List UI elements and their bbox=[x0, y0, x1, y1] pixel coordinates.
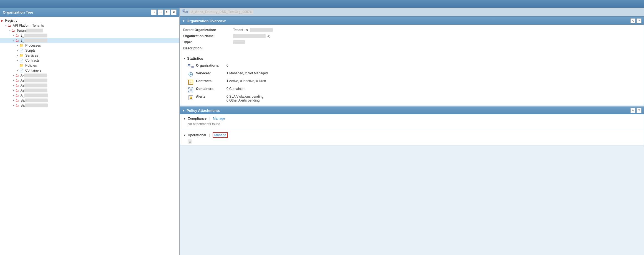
tree-toggle-as3[interactable]: + bbox=[12, 89, 16, 92]
tree-item-ba2[interactable]: + 🗂 Ba bbox=[0, 103, 179, 108]
operational-manage-link[interactable]: Manage bbox=[213, 132, 228, 138]
svg-rect-9 bbox=[192, 66, 194, 68]
tree-toggle-2-2[interactable]: − bbox=[12, 39, 16, 42]
org-tree-title: Organization Tree bbox=[3, 10, 33, 14]
tree-item-tenant[interactable]: − 🗂 Tenan bbox=[0, 28, 179, 33]
tree-item-a-node[interactable]: + 🗂 A- bbox=[0, 73, 179, 78]
statistics-toggle-icon[interactable]: ▼ bbox=[183, 57, 186, 60]
tree-toggle-ba1[interactable]: + bbox=[12, 99, 16, 102]
compliance-toggle-icon[interactable]: ▼ bbox=[183, 117, 186, 120]
parent-org-blurred bbox=[250, 28, 273, 32]
svg-text:ORG: ORG bbox=[183, 10, 186, 11]
compliance-no-attachments: No attachments found bbox=[183, 122, 640, 127]
tree-toggle-services[interactable]: + bbox=[16, 54, 19, 57]
field-row-type: Type: bbox=[183, 39, 640, 45]
org-overview-body: Parent Organization: Tenant - s Organiza… bbox=[180, 25, 644, 54]
registry-icon: ▶ bbox=[1, 19, 3, 22]
right-panel-tab: ORG 2_Anna_Primary_PSD_TestOrg_00076 bbox=[180, 8, 644, 17]
svg-rect-13 bbox=[190, 76, 191, 77]
policy-attachments-help-icon[interactable]: ? bbox=[637, 108, 642, 113]
compliance-title: Compliance bbox=[188, 117, 207, 120]
policy-attachments-panel: ▼ Policy Attachments ✎ ? ▼ Compliance | … bbox=[180, 106, 644, 145]
field-value-type bbox=[233, 40, 245, 44]
tree-item-a2[interactable]: + 🗂 A_ bbox=[0, 93, 179, 98]
tree-toggle-a2[interactable]: + bbox=[12, 94, 16, 97]
tree-label-policies: Policies bbox=[24, 64, 37, 67]
tree-item-ba1[interactable]: + 🗂 Ba bbox=[0, 98, 179, 103]
tree-toggle-scripts[interactable]: + bbox=[16, 49, 19, 52]
stat-value-services: 1 Managed, 2 Not Managed bbox=[226, 71, 268, 75]
tree-item-services[interactable]: + 📁 Services bbox=[0, 53, 179, 58]
right-panel: ORG 2_Anna_Primary_PSD_TestOrg_00076 ▼ O… bbox=[180, 8, 644, 255]
tree-toggle-ba2[interactable]: + bbox=[12, 104, 16, 107]
right-panel-tab-title: 2_Anna_Primary_PSD_TestOrg_00076 bbox=[190, 10, 253, 14]
contracts-icon-box: ✦ bbox=[188, 80, 193, 85]
field-label-description: Description: bbox=[183, 46, 233, 50]
policy-operational-header: ▼ Operational | Manage bbox=[183, 131, 640, 139]
tree-label-2-2-blurred bbox=[24, 39, 47, 42]
tree-item-policies[interactable]: 📁 Policies bbox=[0, 63, 179, 68]
tree-item-contracts[interactable]: + 📄 Contracts bbox=[0, 58, 179, 63]
tree-item-2-2[interactable]: − 🗂 2_ bbox=[0, 38, 179, 43]
tree-toggle-as1[interactable]: + bbox=[12, 79, 16, 82]
compliance-divider: | bbox=[209, 117, 210, 120]
org-overview-header: ▼ Organization Overview ✎ ? bbox=[180, 17, 644, 25]
folder-icon-containers: 📄 bbox=[19, 69, 24, 72]
tree-item-2-1[interactable]: + 🗂 2_ bbox=[0, 33, 179, 38]
tree-item-api-platform[interactable]: − 🗂 API Platform Tenants bbox=[0, 23, 179, 28]
folder-icon-api-platform: 🗂 bbox=[8, 24, 11, 27]
minimize-icon-btn[interactable]: ▭ bbox=[158, 9, 163, 15]
tree-label-as2-blurred bbox=[24, 84, 47, 87]
policy-attachments-collapse-icon[interactable]: ▼ bbox=[182, 109, 185, 112]
org-tree: ▶ Registry − 🗂 API Platform Tenants − 🗂 … bbox=[0, 17, 179, 255]
tree-item-as3[interactable]: + 🗂 As bbox=[0, 88, 179, 93]
org-overview-help-icon[interactable]: ? bbox=[637, 18, 642, 23]
compliance-manage-link[interactable]: Manage bbox=[213, 117, 225, 120]
tree-toggle-as2[interactable]: + bbox=[12, 84, 16, 87]
statistics-section: ▼ Statistics ORG bbox=[180, 54, 644, 105]
tree-item-processes[interactable]: + 📁 Processes bbox=[0, 43, 179, 48]
tree-toggle-processes[interactable]: + bbox=[16, 44, 19, 47]
svg-rect-15 bbox=[192, 74, 193, 75]
tree-label-as1-blurred bbox=[24, 79, 47, 82]
operational-value-row: a bbox=[183, 139, 640, 144]
tree-toggle-api-platform[interactable]: − bbox=[4, 24, 8, 27]
field-row-description: Description: bbox=[183, 45, 640, 51]
org-overview-edit-icon[interactable]: ✎ bbox=[630, 18, 635, 23]
tree-item-registry[interactable]: ▶ Registry bbox=[0, 18, 179, 23]
stat-label-containers: Containers: bbox=[196, 87, 226, 91]
stat-value-containers: 0 Containers bbox=[226, 87, 245, 91]
folder-icon-tenant: 🗂 bbox=[12, 29, 15, 32]
tree-toggle-2-1[interactable]: + bbox=[12, 34, 16, 37]
tree-item-as1[interactable]: + 🗂 As bbox=[0, 78, 179, 83]
org-overview-collapse-icon[interactable]: ▼ bbox=[182, 19, 185, 22]
services-stat-icon bbox=[188, 71, 194, 77]
folder-icon-as3: 🗂 bbox=[16, 89, 19, 92]
stat-label-contracts: Contracts: bbox=[196, 79, 226, 83]
tree-toggle-contracts[interactable]: + bbox=[16, 59, 19, 62]
tree-toggle-tenant[interactable]: − bbox=[8, 29, 12, 32]
alerts-icon-box: 🔔 bbox=[189, 95, 193, 100]
tree-toggle-a-node[interactable]: + bbox=[12, 74, 16, 77]
close-icon-btn[interactable]: ✖ bbox=[171, 9, 177, 15]
stat-label-services: Services: bbox=[196, 71, 226, 75]
operational-toggle-icon[interactable]: ▼ bbox=[183, 134, 186, 137]
policy-attachments-header: ▼ Policy Attachments ✎ ? bbox=[180, 107, 644, 114]
containers-stat-icon: ⊞ bbox=[188, 87, 194, 93]
folder-icon-ba2: 🗂 bbox=[16, 103, 19, 107]
policy-compliance-section: ▼ Compliance | Manage No attachments fou… bbox=[180, 114, 644, 128]
policy-divider-line bbox=[180, 129, 644, 129]
field-row-parent-org: Parent Organization: Tenant - s bbox=[183, 27, 640, 33]
tree-item-containers[interactable]: + 📄 Containers bbox=[0, 68, 179, 73]
restore-icon-btn[interactable]: □ bbox=[151, 9, 157, 15]
tree-item-scripts[interactable]: + 📄 Scripts bbox=[0, 48, 179, 53]
tree-item-as2[interactable]: + 🗂 As bbox=[0, 83, 179, 88]
policy-attachments-edit-icon[interactable]: ✎ bbox=[630, 108, 635, 113]
folder-icon-a-node: 🗂 bbox=[16, 74, 19, 77]
folder-icon-ba1: 🗂 bbox=[16, 99, 19, 102]
refresh-icon-btn[interactable]: ↻ bbox=[164, 9, 170, 15]
tree-label-a2: A_ bbox=[20, 94, 24, 97]
tree-label-ba2: Ba bbox=[20, 103, 25, 107]
tree-toggle-policies[interactable] bbox=[16, 64, 19, 67]
tree-toggle-containers[interactable]: + bbox=[16, 69, 19, 72]
